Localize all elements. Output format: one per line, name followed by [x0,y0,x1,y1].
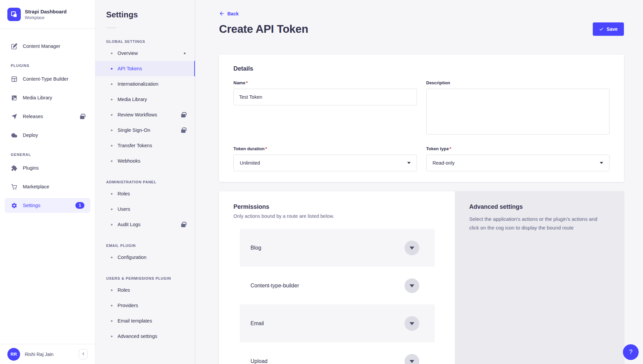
expand-accordion-button[interactable] [405,354,419,364]
subnav-item-transfer-tokens[interactable]: Transfer Tokens [95,138,195,153]
advanced-settings-description: Select the application's actions or the … [469,215,603,232]
subnav-item-label: Audit Logs [118,222,141,227]
token-type-value: Read-only [433,160,455,166]
subnav-item-single-sign-on[interactable]: Single Sign-On [95,122,195,138]
subnav-item-label: Transfer Tokens [118,143,152,148]
bullet-icon [111,114,113,116]
bullet-icon [111,99,113,100]
expand-accordion-button[interactable] [405,241,419,255]
back-link[interactable]: Back [219,11,238,16]
permissions-panel: Permissions Only actions bound by a rout… [219,191,455,364]
page-title: Create API Token [219,23,308,35]
expand-accordion-button[interactable] [405,278,419,293]
avatar[interactable]: RR [7,348,20,361]
subnav-item-webhooks[interactable]: Webhooks [95,153,195,169]
subnav-item-users[interactable]: Users [95,201,195,217]
save-label: Save [606,26,618,32]
subnav-item-label: Webhooks [118,158,140,164]
subnav-item-providers[interactable]: Providers [95,298,195,313]
collapse-sidebar-button[interactable] [79,349,88,359]
bullet-icon [111,336,113,337]
chevron-down-icon [407,162,411,164]
sidebar-item-media-library[interactable]: Media Library [5,90,90,105]
subnav-item-label: Advanced settings [118,334,157,339]
required-asterisk: * [246,80,247,85]
subnav-item-configuration[interactable]: Configuration [95,250,195,265]
sidebar-item-content-manager[interactable]: Content Manager [5,39,90,54]
sidebar-item-label: Media Library [23,95,52,100]
expand-accordion-button[interactable] [405,316,419,331]
subnav-item-label: Roles [118,287,130,293]
save-button[interactable]: Save [593,22,624,36]
subnav-item-label: Media Library [118,97,147,102]
chevron-down-icon [410,284,414,287]
sidebar-section-plugins: PLUGINS [11,64,84,68]
subnav-item-label: Overview [118,51,138,56]
accordion-blog[interactable]: Blog [240,229,435,267]
advanced-settings-heading: Advanced settings [469,203,603,210]
chevron-down-icon [600,162,603,164]
subnav-item-media-library[interactable]: Media Library [95,92,195,107]
sidebar-footer: RR Rishi Raj Jain [0,344,95,364]
sidebar-item-plugins[interactable]: Plugins [5,161,90,175]
bullet-icon [111,83,113,85]
token-duration-field-group: Token duration * Unlimited [233,146,417,171]
pen-icon [11,43,17,50]
bullet-icon [111,129,113,131]
divider [106,27,116,28]
permissions-accordion-list: Blog Content-type-builder Email [240,229,435,364]
sidebar-nav: Content Manager PLUGINS Content-Type Bui… [0,29,95,344]
bullet-icon [111,160,113,162]
accordion-upload[interactable]: Upload [240,342,435,364]
chevron-down-icon [410,322,414,325]
subnav-item-advanced-settings[interactable]: Advanced settings [95,329,195,344]
subnav-item-roles-admin[interactable]: Roles [95,186,195,201]
chevron-left-icon [81,352,85,357]
main-content: Back Create API Token Save Details Name [195,0,643,364]
subnav-item-api-tokens[interactable]: API Tokens [95,61,195,76]
permissions-heading: Permissions [233,203,435,210]
accordion-content-type-builder[interactable]: Content-type-builder [240,267,435,304]
name-label: Name [233,80,245,85]
description-textarea[interactable] [426,89,610,134]
sidebar-item-label: Content Manager [23,43,60,49]
subnav-item-roles-up[interactable]: Roles [95,282,195,298]
token-duration-select[interactable]: Unlimited [233,155,417,171]
sidebar-item-releases[interactable]: Releases [5,109,90,124]
layout-grid-icon [11,76,17,82]
subnav-item-internationalization[interactable]: Internationalization [95,76,195,92]
permissions-subtitle: Only actions bound by a route are listed… [233,213,435,219]
token-type-label: Token type [426,146,449,151]
subnav-item-review-workflows[interactable]: Review Workflows [95,107,195,122]
arrow-left-icon [219,11,225,16]
token-type-select[interactable]: Read-only [426,155,610,171]
subnav-section-users-permissions-plugin: USERS & PERMISSIONS PLUGIN [106,276,184,280]
workspace-header[interactable]: Strapi Dashboard Workplace [0,0,95,29]
subnav-item-overview[interactable]: Overview [95,46,195,61]
subnav-item-email-templates[interactable]: Email templates [95,313,195,329]
bullet-icon [111,257,113,258]
sidebar-item-deploy[interactable]: Deploy [5,128,90,143]
required-asterisk: * [265,146,267,151]
accordion-email[interactable]: Email [240,304,435,342]
subnav-item-audit-logs[interactable]: Audit Logs [95,217,195,232]
sidebar-item-settings[interactable]: Settings 1 [5,198,90,213]
sidebar-item-label: Settings [23,203,40,208]
settings-subnav: Settings GLOBAL SETTINGS Overview API To… [95,0,195,364]
sidebar-item-marketplace[interactable]: Marketplace [5,179,90,194]
sidebar-item-content-type-builder[interactable]: Content-Type Builder [5,72,90,86]
name-field-group: Name * [233,80,417,105]
user-name: Rishi Raj Jain [25,352,54,357]
settings-badge: 1 [75,202,84,209]
bullet-icon [111,145,113,147]
workspace-title: Strapi Dashboard [25,9,67,14]
subnav-item-label: API Tokens [118,66,142,71]
subnav-section-administration-panel: ADMINISTRATION PANEL [106,180,184,184]
sidebar-item-label: Marketplace [23,184,49,189]
lock-icon [181,129,186,133]
help-button[interactable]: ? [623,344,639,360]
subnav-section-email-plugin: EMAIL PLUGIN [106,244,184,248]
bullet-icon [111,224,113,225]
description-label: Description [426,80,450,85]
name-input[interactable] [233,89,417,105]
